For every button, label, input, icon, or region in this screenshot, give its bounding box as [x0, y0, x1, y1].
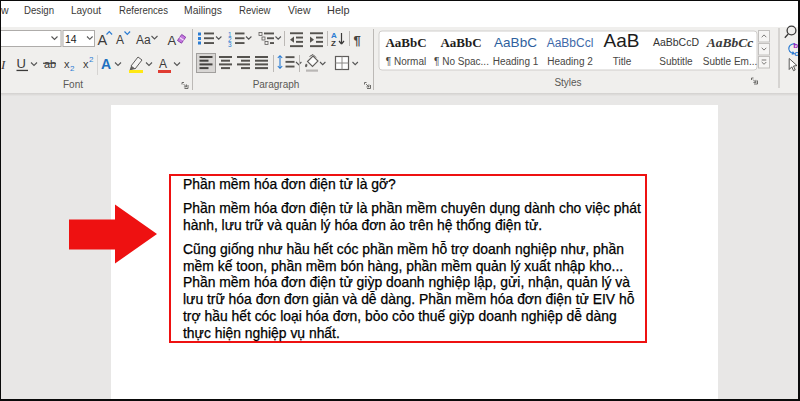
svg-text:View: View: [288, 4, 311, 16]
svg-text:Review: Review: [239, 4, 271, 16]
svg-text:AaBbCcD: AaBbCcD: [653, 36, 700, 48]
svg-text:w: w: [0, 4, 9, 16]
svg-text:c: c: [794, 49, 799, 58]
svg-text:A: A: [98, 32, 108, 48]
svg-text:Subtle Em...: Subtle Em...: [703, 56, 757, 67]
svg-text:Heading 2: Heading 2: [547, 56, 593, 67]
svg-text:I: I: [0, 57, 6, 72]
svg-text:Layout: Layout: [71, 4, 101, 16]
svg-text:Paragraph: Paragraph: [253, 79, 300, 90]
svg-text:Subtitle: Subtitle: [659, 56, 693, 67]
svg-text:ab: ab: [44, 58, 56, 70]
svg-text:Heading 1: Heading 1: [493, 56, 539, 67]
svg-text:¶: ¶: [354, 33, 361, 48]
svg-text:3: 3: [228, 41, 232, 48]
svg-text:Design: Design: [24, 4, 54, 16]
svg-text:Mailings: Mailings: [184, 4, 222, 16]
svg-text:2: 2: [89, 55, 94, 64]
svg-text:Font: Font: [63, 79, 83, 90]
svg-text:AaBbC: AaBbC: [440, 35, 481, 50]
svg-text:2: 2: [70, 64, 75, 73]
svg-text:AaBbCcl: AaBbCcl: [547, 36, 594, 50]
svg-text:U: U: [17, 56, 26, 71]
svg-text:Aa: Aa: [136, 33, 151, 47]
svg-text:Help: Help: [327, 4, 350, 16]
svg-text:Title: Title: [613, 56, 632, 67]
svg-text:AaBbCc: AaBbCc: [706, 35, 754, 50]
svg-text:Z: Z: [331, 39, 336, 48]
svg-text:¶ No Spac...: ¶ No Spac...: [434, 56, 489, 67]
svg-text:14: 14: [65, 33, 77, 45]
svg-text:A: A: [159, 57, 167, 71]
svg-text:Styles: Styles: [554, 77, 581, 88]
svg-text:AaBbC: AaBbC: [385, 35, 426, 50]
svg-text:¶ Normal: ¶ Normal: [386, 56, 426, 67]
svg-text:AaBbC: AaBbC: [494, 35, 537, 50]
svg-text:AaB: AaB: [604, 30, 640, 51]
svg-text:References: References: [119, 4, 168, 16]
svg-text:A: A: [101, 56, 111, 72]
svg-text:A: A: [116, 33, 124, 47]
svg-text:A: A: [168, 33, 177, 48]
